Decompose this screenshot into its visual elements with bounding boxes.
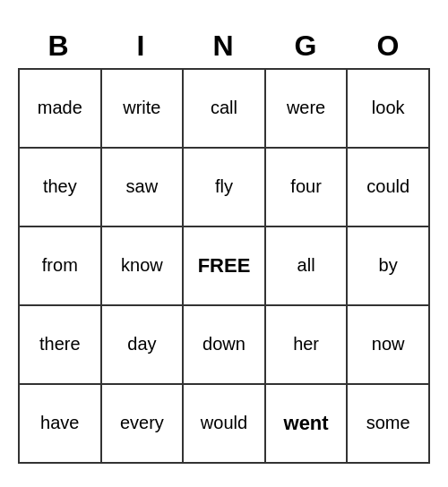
bingo-cell-2-2: FREE [184,227,266,306]
bingo-cell-1-0: they [20,149,102,227]
bingo-cell-1-3: four [266,149,349,227]
bingo-cell-2-0: from [20,227,102,306]
bingo-cell-3-1: day [102,306,185,385]
bingo-cell-4-1: every [102,385,185,464]
header-letter-b: B [18,24,100,68]
bingo-row-4: haveeverywouldwentsome [20,385,430,464]
bingo-cell-0-1: write [102,70,185,149]
bingo-row-3: theredaydownhernow [20,306,430,385]
bingo-cell-3-4: now [348,306,430,385]
bingo-cell-4-3: went [266,385,349,464]
bingo-card: BINGO madewritecallwerelooktheysawflyfou… [18,24,430,464]
header-letter-i: I [100,24,183,68]
bingo-cell-0-3: were [266,70,349,149]
bingo-cell-1-4: could [348,149,430,227]
bingo-cell-4-2: would [184,385,266,464]
bingo-cell-3-0: there [20,306,102,385]
bingo-row-1: theysawflyfourcould [20,149,430,227]
bingo-row-0: madewritecallwerelook [20,70,430,149]
header-letter-n: N [183,24,265,68]
header-letter-o: O [348,24,430,68]
bingo-cell-2-3: all [266,227,349,306]
bingo-cell-0-4: look [348,70,430,149]
bingo-header: BINGO [18,24,430,68]
bingo-cell-0-2: call [184,70,266,149]
bingo-cell-2-1: know [102,227,185,306]
bingo-grid: madewritecallwerelooktheysawflyfourcould… [18,68,430,464]
bingo-cell-3-3: her [266,306,349,385]
bingo-cell-0-0: made [20,70,102,149]
bingo-cell-2-4: by [348,227,430,306]
bingo-row-2: fromknowFREEallby [20,227,430,306]
bingo-cell-1-1: saw [102,149,185,227]
bingo-cell-3-2: down [184,306,266,385]
header-letter-g: G [265,24,348,68]
bingo-cell-1-2: fly [184,149,266,227]
bingo-cell-4-0: have [20,385,102,464]
bingo-cell-4-4: some [348,385,430,464]
